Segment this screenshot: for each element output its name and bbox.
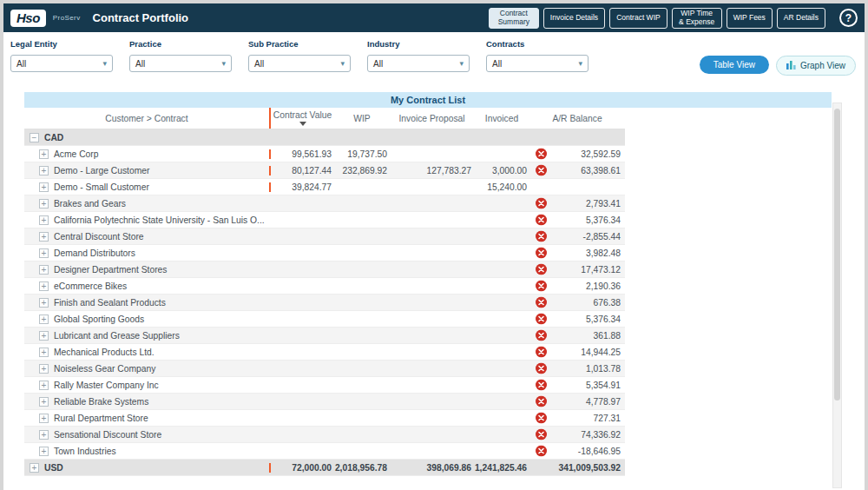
- table-row-demo-large-customer[interactable]: + Demo - Large Customer 80,127.44 232,86…: [24, 162, 625, 179]
- ar-balance-cell: 676.38: [529, 298, 625, 308]
- customer-cell: + USD: [24, 463, 269, 473]
- expand-icon[interactable]: +: [39, 199, 49, 209]
- column-invoice-proposal[interactable]: Invoice Proposal: [390, 114, 474, 123]
- table-row-usd[interactable]: + USD 72,000.00 2,018,956.78 398,069.86 …: [24, 460, 625, 476]
- ar-balance-value: 74,336.92: [581, 430, 621, 440]
- nav-button-label: WIP Fees: [733, 14, 766, 23]
- nav-button-contract-wip[interactable]: Contract WIP: [609, 8, 667, 29]
- customer-cell: + Rally Master Company Inc: [24, 381, 269, 390]
- expand-icon[interactable]: +: [39, 414, 49, 423]
- expand-icon[interactable]: +: [39, 331, 49, 341]
- filter-dropdown-sub-practice[interactable]: All ▾: [248, 55, 351, 72]
- nav-button-label: WIP Time & Expense: [679, 10, 715, 27]
- nav-button-wip-fees[interactable]: WIP Fees: [727, 8, 773, 29]
- ar-alert-icon: [536, 149, 547, 160]
- table-row-designer-department-stores[interactable]: + Designer Department Stores 17,473.12: [24, 262, 625, 278]
- column-wip[interactable]: WIP: [334, 114, 390, 123]
- ar-alert-icon: [536, 248, 547, 259]
- ar-balance-cell: 3,982.48: [529, 248, 625, 258]
- table-row-rally-master-company-inc[interactable]: + Rally Master Company Inc 5,354.91: [24, 377, 625, 394]
- column-contract-value[interactable]: Contract Value: [269, 108, 334, 129]
- filter-label: Legal Entity: [10, 39, 113, 49]
- nav-button-invoice-details[interactable]: Invoice Details: [543, 8, 605, 29]
- expand-icon[interactable]: +: [39, 381, 49, 390]
- vertical-scrollbar[interactable]: [832, 103, 842, 488]
- filter-dropdown-practice[interactable]: All ▾: [129, 55, 232, 72]
- ar-alert-icon: [536, 231, 547, 242]
- table-row-central-discount-store[interactable]: + Central Discount Store -2,855.44: [24, 228, 625, 245]
- invoice-proposal-cell: 127,783.27: [390, 166, 474, 175]
- customer-name: Town Industries: [54, 447, 116, 456]
- customer-name: Rural Department Store: [54, 414, 148, 423]
- expand-icon[interactable]: +: [39, 281, 49, 291]
- table-row-town-industries[interactable]: + Town Industries -18,646.95: [24, 443, 625, 460]
- nav-button-contract-summary[interactable]: Contract Summary: [489, 8, 539, 29]
- expand-icon[interactable]: +: [39, 166, 49, 175]
- expand-icon[interactable]: +: [39, 232, 49, 242]
- expand-icon[interactable]: +: [39, 397, 49, 407]
- customer-cell: + Lubricant and Grease Suppliers: [24, 331, 269, 341]
- table-row-finish-and-sealant-products[interactable]: + Finish and Sealant Products 676.38: [24, 295, 625, 311]
- table-view-button[interactable]: Table View: [700, 56, 769, 74]
- expand-icon[interactable]: +: [39, 364, 49, 374]
- filter: Practice All ▾: [129, 39, 232, 82]
- help-icon[interactable]: ?: [839, 9, 858, 27]
- table-row-reliable-brake-systems[interactable]: + Reliable Brake Systems 4,778.97: [24, 394, 625, 410]
- app-window: Hso ProServ Contract Portfolio Contract …: [3, 3, 865, 483]
- ar-alert-icon: [536, 264, 547, 275]
- table-row-cad[interactable]: − CAD: [24, 129, 625, 146]
- table-row-brakes-and-gears[interactable]: + Brakes and Gears 2,793.41: [24, 195, 625, 212]
- invoiced-cell: 3,000.00: [474, 166, 529, 175]
- expand-icon[interactable]: +: [39, 298, 49, 308]
- customer-cell: + Demo - Large Customer: [24, 166, 269, 175]
- nav-button-wip-time-expense[interactable]: WIP Time & Expense: [672, 8, 722, 29]
- expand-icon[interactable]: +: [39, 215, 49, 225]
- table-row-ecommerce-bikes[interactable]: + eCommerce Bikes 2,190.36: [24, 278, 625, 295]
- nav-button-label: Contract Summary: [496, 10, 532, 27]
- column-invoiced[interactable]: Invoiced: [474, 114, 529, 123]
- customer-name: Mechanical Products Ltd.: [54, 348, 155, 357]
- customer-name: Demo - Small Customer: [54, 182, 149, 192]
- table-row-rural-department-store[interactable]: + Rural Department Store 727.31: [24, 410, 625, 427]
- expand-icon[interactable]: +: [39, 447, 49, 456]
- filter-bar: Legal Entity All ▾ Practice All ▾ Sub Pr…: [3, 32, 865, 82]
- expand-icon[interactable]: +: [39, 248, 49, 258]
- sort-desc-icon: [299, 122, 306, 126]
- customer-name: Finish and Sealant Products: [54, 298, 166, 308]
- filter-dropdown-industry[interactable]: All ▾: [367, 55, 470, 72]
- table-row-global-sporting-goods[interactable]: + Global Sporting Goods 5,376.34: [24, 311, 625, 328]
- expand-icon[interactable]: +: [39, 265, 49, 275]
- customer-name: Acme Corp: [54, 149, 99, 159]
- expand-icon[interactable]: +: [39, 430, 49, 440]
- filter-dropdown-contracts[interactable]: All ▾: [486, 55, 589, 72]
- table-row-noiseless-gear-company[interactable]: + Noiseless Gear Company 1,013.78: [24, 361, 625, 377]
- column-ar-balance[interactable]: A/R Balance: [529, 114, 625, 123]
- expand-icon[interactable]: +: [39, 348, 49, 357]
- filter-dropdown-legal-entity[interactable]: All ▾: [10, 55, 113, 72]
- filter-bar-filters: Legal Entity All ▾ Practice All ▾ Sub Pr…: [10, 39, 605, 82]
- expand-icon[interactable]: +: [39, 149, 49, 159]
- table-row-acme-corp[interactable]: + Acme Corp 99,561.93 19,737.50 32,592.5…: [24, 146, 625, 162]
- ar-balance-cell: 14,944.25: [529, 348, 625, 357]
- scrollbar-thumb[interactable]: [834, 109, 840, 401]
- table-row-lubricant-and-grease-suppliers[interactable]: + Lubricant and Grease Suppliers 361.88: [24, 328, 625, 344]
- graph-view-button[interactable]: Graph View: [776, 56, 856, 76]
- table-row-demand-distributors[interactable]: + Demand Distributors 3,982.48: [24, 245, 625, 262]
- expand-icon[interactable]: +: [30, 463, 39, 473]
- ar-balance-cell: 5,376.34: [529, 315, 625, 324]
- ar-balance-cell: 32,592.59: [529, 149, 625, 159]
- nav-button-ar-details[interactable]: AR Details: [777, 8, 825, 29]
- expand-icon[interactable]: +: [39, 182, 49, 192]
- table-row-sensational-discount-store[interactable]: + Sensational Discount Store 74,336.92: [24, 427, 625, 443]
- ar-balance-value: 2,190.36: [586, 281, 621, 291]
- chevron-down-icon: ▾: [340, 59, 345, 68]
- contract-value-cell: 39,824.77: [269, 182, 334, 192]
- customer-cell: + Central Discount Store: [24, 232, 269, 242]
- table-row-mechanical-products-ltd[interactable]: + Mechanical Products Ltd. 14,944.25: [24, 344, 625, 361]
- expand-icon[interactable]: +: [39, 315, 49, 324]
- table-row-california-polytechnic-state-university-san-luis-o[interactable]: + California Polytechnic State Universit…: [24, 212, 625, 228]
- column-customer-contract[interactable]: Customer > Contract: [24, 114, 269, 123]
- table-row-demo-small-customer[interactable]: + Demo - Small Customer 39,824.77 15,240…: [24, 179, 625, 195]
- expand-icon[interactable]: −: [30, 133, 39, 142]
- customer-name: Central Discount Store: [54, 232, 144, 242]
